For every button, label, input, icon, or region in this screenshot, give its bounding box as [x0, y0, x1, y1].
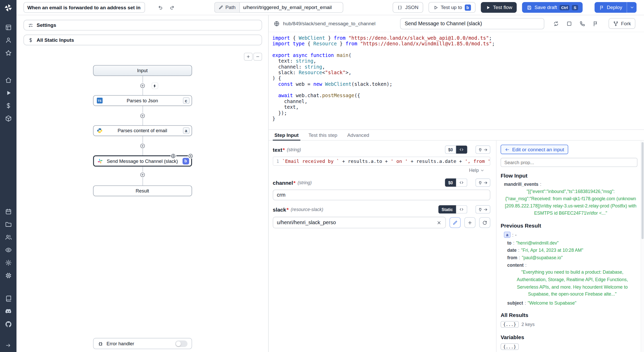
error-handler-toggle[interactable] [175, 340, 187, 347]
result-field-to: to:"henri@windmill.dev" [507, 240, 637, 245]
cube-icon[interactable] [5, 115, 12, 122]
test-flow-button[interactable]: Test flow [481, 2, 517, 13]
test-up-to-button[interactable]: Test up to b [428, 2, 475, 13]
collapse-sidebar-button[interactable] [0, 342, 16, 348]
step-tabs: Step Input Test this step Advanced [269, 129, 644, 140]
play-icon [485, 5, 490, 10]
sync-button[interactable] [551, 19, 561, 28]
flow-node-send-message[interactable]: Send Message to Channel (slack) b [93, 155, 192, 166]
previous-result-root[interactable]: a : - [504, 232, 637, 238]
path-chip[interactable]: Path [214, 2, 239, 13]
save-draft-button[interactable]: Save draft Ctrl S [522, 2, 582, 13]
deploy-options-button[interactable] [627, 2, 637, 13]
fork-label: Fork [621, 21, 631, 26]
flow-node-parses-content[interactable]: Parses content of email a [93, 125, 192, 136]
slack-js-toggle[interactable] [456, 205, 467, 214]
redo-icon [169, 4, 175, 11]
hub-script-path: hub/849/slack/send_message_to_channel [283, 21, 376, 26]
github-icon[interactable] [5, 321, 12, 328]
channel-connect-button[interactable] [476, 179, 490, 187]
fork-button[interactable]: Fork [609, 18, 635, 29]
collapse-marker[interactable]: - [515, 232, 516, 237]
node-badge-c: c [183, 97, 189, 104]
add-resource-button[interactable] [464, 217, 476, 228]
text-connect-button[interactable] [476, 146, 490, 154]
vertical-scrollbar[interactable] [641, 140, 644, 352]
code-line: channel: string, [272, 64, 644, 70]
json-button[interactable]: JSON [393, 2, 423, 13]
arrow-icon [483, 180, 488, 185]
insert-step-button[interactable] [139, 113, 145, 119]
insert-step-button[interactable] [139, 172, 145, 178]
undo-button[interactable] [155, 3, 165, 12]
channel-js-toggle[interactable] [456, 179, 467, 187]
scrollbar-thumb[interactable] [641, 142, 643, 239]
result-field-from: from:"paul@supabase.io" [507, 255, 637, 260]
hub-icon [274, 20, 280, 27]
play-icon[interactable] [5, 89, 12, 96]
field-key: mandrill_events [504, 182, 538, 187]
variables-object-chip[interactable]: {...} [501, 343, 519, 350]
flow-title-input[interactable] [23, 2, 145, 13]
all-results-object-chip[interactable]: {...} [501, 321, 519, 328]
mandrill-events-field[interactable]: mandrill_events: "[{"event":"inbound","t… [504, 182, 637, 217]
calendar-icon[interactable] [5, 208, 12, 215]
sidebar-group-1 [0, 24, 16, 56]
redo-button[interactable] [167, 3, 177, 12]
error-handler-node[interactable]: Error handler [93, 338, 192, 349]
clear-resource-icon[interactable] [436, 220, 442, 225]
help-link[interactable]: Help [273, 168, 490, 173]
home-icon[interactable] [5, 77, 12, 84]
channel-input[interactable] [273, 190, 490, 200]
search-prop-input[interactable] [501, 158, 637, 167]
tab-step-input[interactable]: Step Input [269, 130, 303, 140]
code-line: export async function main( [272, 52, 644, 58]
tab-test-this-step[interactable]: Test this step [303, 130, 342, 140]
text-static-toggle[interactable]: $0 [445, 146, 456, 154]
flow-node-parses-to-json[interactable]: TS Parses to Json c [93, 95, 192, 106]
slack-connect-button[interactable] [476, 205, 490, 214]
gear-icon[interactable] [5, 259, 12, 266]
slack-static-toggle[interactable]: Static [438, 205, 456, 214]
user-icon[interactable] [5, 37, 12, 44]
edit-connect-input-button[interactable]: Edit or connect an input [501, 145, 568, 154]
slack-resource-input[interactable]: u/henri/henri_slack_perso [273, 217, 446, 228]
refresh-resource-button[interactable] [479, 217, 490, 228]
add-trigger-button[interactable] [151, 82, 158, 89]
star-icon[interactable] [5, 49, 12, 56]
step-summary-input[interactable] [400, 18, 544, 29]
flow-node-result[interactable]: Result [93, 186, 192, 196]
move-node-handle[interactable] [170, 153, 176, 158]
edit-resource-button[interactable] [450, 217, 461, 228]
dollar-icon[interactable] [5, 102, 12, 109]
screen: Path JSON Test up to b Test flow Save dr… [0, 0, 644, 352]
windmill-logo[interactable] [0, 4, 16, 12]
text-expression-editor[interactable]: 1 `Email received by ` + results.a.to + … [273, 157, 490, 166]
arrow-icon [483, 147, 488, 152]
discord-icon[interactable] [5, 308, 12, 315]
path-input[interactable] [239, 2, 343, 13]
insert-step-button[interactable] [139, 83, 145, 88]
plug-icon [478, 147, 482, 152]
code-editor[interactable]: import { WebClient } from "https://deno.… [269, 32, 644, 129]
insert-step-button[interactable] [139, 143, 145, 149]
tab-advanced[interactable]: Advanced [342, 130, 374, 140]
previous-result-fields: to:"henri@windmill.dev"date:"Fri, Apr 14… [507, 240, 637, 305]
error-handler-label: Error handler [106, 341, 134, 346]
delete-node-button[interactable] [188, 153, 193, 158]
expand-editor-button[interactable] [564, 19, 574, 28]
channel-static-toggle[interactable]: $0 [445, 179, 456, 187]
deploy-button[interactable]: Deploy [595, 2, 627, 13]
folder-icon[interactable] [5, 221, 12, 228]
book-icon[interactable] [5, 295, 12, 302]
collection-icon[interactable] [5, 24, 12, 31]
cpu-icon[interactable] [5, 272, 12, 279]
text-js-toggle[interactable] [456, 146, 467, 154]
users-icon[interactable] [5, 234, 12, 241]
code-icon [459, 180, 464, 185]
flow-node-input[interactable]: Input [93, 65, 192, 76]
node-label: Parses content of email [118, 128, 167, 133]
assistant-button[interactable] [577, 19, 587, 28]
diff-button[interactable] [590, 19, 600, 28]
eye-icon[interactable] [5, 247, 12, 254]
